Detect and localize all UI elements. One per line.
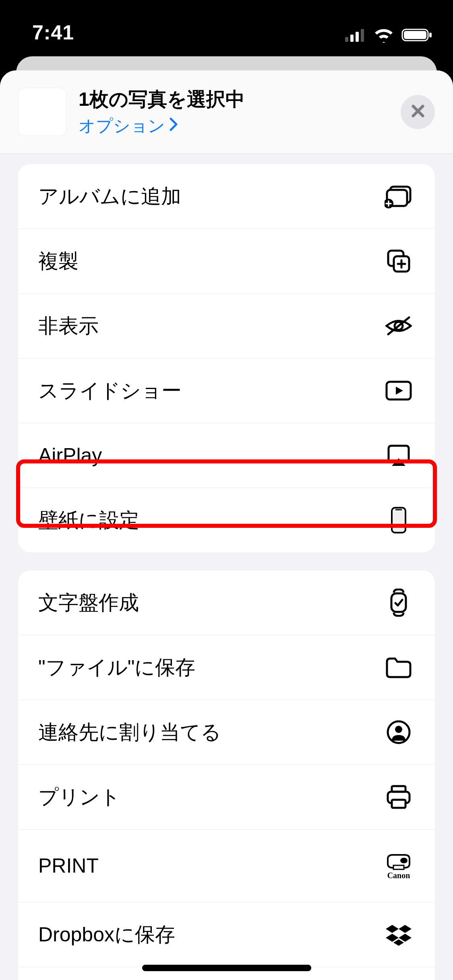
svg-rect-3 xyxy=(361,29,364,42)
status-indicators xyxy=(345,27,433,44)
canon-label: Canon xyxy=(387,871,410,880)
close-icon xyxy=(410,103,426,121)
files-icon xyxy=(383,653,415,681)
share-sheet-header: 1枚の写真を選択中 オプション xyxy=(0,70,453,154)
action-label: 非表示 xyxy=(38,313,99,340)
options-link[interactable]: オプション xyxy=(79,115,389,137)
wallpaper-icon xyxy=(383,506,415,534)
svg-rect-5 xyxy=(404,31,426,39)
action-label: PRINT xyxy=(38,854,99,877)
svg-rect-24 xyxy=(393,865,404,869)
action-label: プリント xyxy=(38,784,120,811)
duplicate-icon xyxy=(383,247,415,275)
close-button[interactable] xyxy=(401,95,435,129)
home-indicator[interactable] xyxy=(142,965,311,971)
action-add-to-album[interactable]: アルバムに追加 xyxy=(18,164,435,229)
header-title: 1枚の写真を選択中 xyxy=(79,86,389,112)
actions-group-2: 文字盤作成 "ファイル"に保存 連絡先に割り当てる xyxy=(18,570,435,980)
chevron-right-icon xyxy=(168,116,179,136)
actions-group-1: アルバムに追加 複製 非表示 xyxy=(18,164,435,552)
action-label: AirPlay xyxy=(38,444,102,467)
contact-icon xyxy=(383,718,415,746)
print-icon xyxy=(383,783,415,811)
action-label: Dropboxに保存 xyxy=(38,921,175,948)
action-save-to-dropbox[interactable]: Dropboxに保存 xyxy=(18,902,435,967)
slideshow-icon xyxy=(383,377,415,405)
svg-rect-15 xyxy=(392,508,405,533)
status-bar: 7:41 xyxy=(0,0,453,52)
hide-icon xyxy=(383,312,415,340)
svg-rect-17 xyxy=(391,593,406,612)
action-slideshow[interactable]: スライドショー xyxy=(18,358,435,423)
svg-rect-2 xyxy=(356,32,359,42)
action-create-watch-face[interactable]: 文字盤作成 xyxy=(18,570,435,635)
airplay-icon xyxy=(383,441,415,469)
svg-rect-22 xyxy=(392,800,405,808)
action-label: 壁紙に設定 xyxy=(38,507,139,534)
photo-thumbnail[interactable] xyxy=(18,88,66,136)
share-sheet: 1枚の写真を選択中 オプション アルバムに追加 xyxy=(0,70,453,980)
dropbox-icon xyxy=(383,920,415,949)
action-print[interactable]: プリント xyxy=(18,765,435,830)
action-duplicate[interactable]: 複製 xyxy=(18,229,435,294)
svg-point-19 xyxy=(395,726,402,733)
action-label: "ファイル"に保存 xyxy=(38,654,196,681)
svg-point-23 xyxy=(400,858,407,863)
watch-face-icon xyxy=(383,589,415,617)
action-canon-print[interactable]: PRINT Canon xyxy=(18,830,435,902)
action-airplay[interactable]: AirPlay xyxy=(18,423,435,488)
svg-rect-6 xyxy=(429,33,432,37)
cellular-icon xyxy=(345,28,366,43)
canon-print-icon: Canon xyxy=(383,848,415,884)
status-time: 7:41 xyxy=(32,21,74,44)
battery-icon xyxy=(401,28,433,44)
action-hide[interactable]: 非表示 xyxy=(18,294,435,358)
action-label: 連絡先に割り当てる xyxy=(38,719,221,746)
svg-rect-1 xyxy=(350,35,354,42)
album-add-icon xyxy=(383,182,415,210)
svg-rect-0 xyxy=(345,37,348,42)
action-save-to-files[interactable]: "ファイル"に保存 xyxy=(18,635,435,700)
action-label: 文字盤作成 xyxy=(38,589,139,616)
action-label: スライドショー xyxy=(38,377,182,404)
wifi-icon xyxy=(373,27,394,44)
action-label: 複製 xyxy=(38,248,79,275)
action-assign-to-contact[interactable]: 連絡先に割り当てる xyxy=(18,700,435,765)
options-label: オプション xyxy=(79,115,165,137)
action-label: アルバムに追加 xyxy=(38,183,181,210)
action-set-wallpaper[interactable]: 壁紙に設定 xyxy=(18,488,435,552)
